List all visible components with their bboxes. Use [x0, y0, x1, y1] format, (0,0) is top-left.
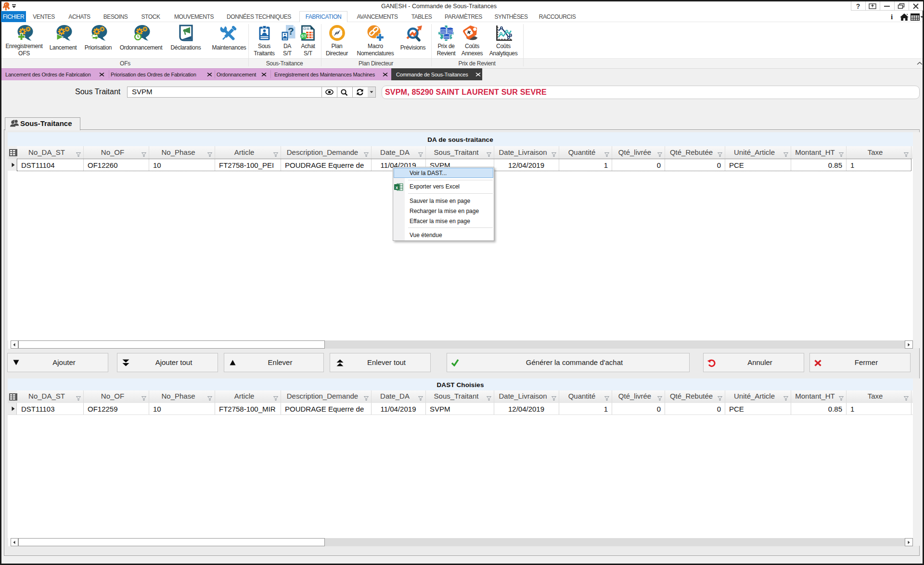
svg-text:x: x: [396, 185, 398, 190]
svg-text:i: i: [891, 13, 893, 21]
svg-text:ST: ST: [301, 34, 307, 38]
svg-text:?: ?: [288, 25, 294, 37]
svg-text:?: ?: [856, 2, 860, 10]
